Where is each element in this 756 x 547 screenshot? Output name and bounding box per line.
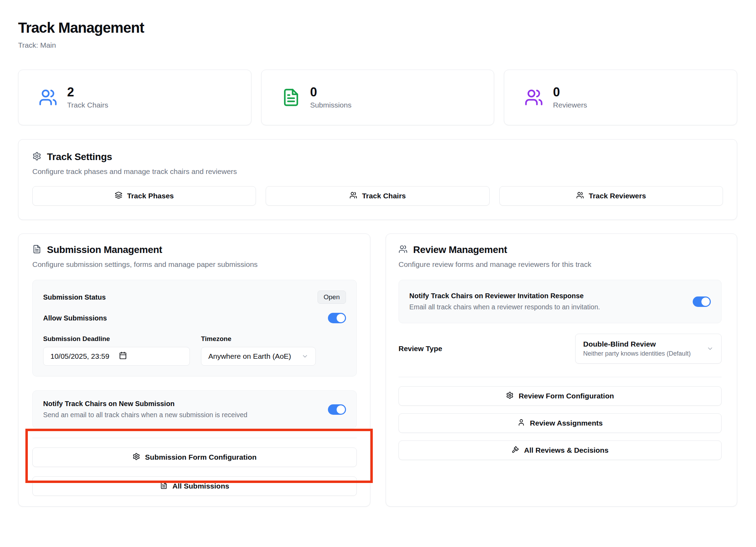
gear-icon [132,453,140,462]
button-label: Track Phases [127,192,174,200]
file-text-icon [32,245,41,255]
button-label: All Reviews & Decisions [524,446,609,454]
submission-settings-panel: Submission Status Open Allow Submissions… [32,280,357,376]
review-type-label: Review Type [399,344,442,353]
notify-new-submission-title: Notify Track Chairs on New Submission [43,400,247,408]
page-subtitle: Track: Main [18,41,737,49]
notify-invitation-response-panel: Notify Track Chairs on Reviewer Invitati… [399,280,722,323]
notify-invitation-response-title: Notify Track Chairs on Reviewer Invitati… [409,292,600,300]
submission-deadline-label: Submission Deadline [43,335,190,343]
notify-new-submission-description: Send an email to all track chairs when a… [43,411,247,419]
review-type-select[interactable]: Double-Blind Review Neither party knows … [575,334,722,364]
user-icon [517,419,525,428]
users-icon [399,245,408,255]
submission-management-description: Configure submission settings, forms and… [32,260,357,269]
divider [399,377,722,377]
review-form-configuration-button[interactable]: Review Form Configuration [399,386,722,406]
users-icon [524,88,543,107]
divider [32,438,357,438]
users-icon [576,191,584,201]
stats-row: 2 Track Chairs 0 Submissions 0 Reviewers [18,70,737,125]
button-label: Track Chairs [362,192,406,200]
stat-value: 2 [67,86,108,99]
submission-management-title: Submission Management [47,244,162,255]
all-reviews-decisions-button[interactable]: All Reviews & Decisions [399,441,722,460]
button-label: Track Reviewers [589,192,646,200]
review-assignments-button[interactable]: Review Assignments [399,413,722,433]
layers-icon [115,191,122,201]
users-icon [349,191,357,201]
timezone-select[interactable]: Anywhere on Earth (AoE) [201,347,316,366]
button-label: Review Assignments [530,419,603,427]
submission-status-label: Submission Status [43,293,106,301]
submission-management-card: Submission Management Configure submissi… [18,233,370,507]
submission-deadline-input[interactable]: 10/05/2025, 23:59 [43,347,190,366]
timezone-value: Anywhere on Earth (AoE) [208,352,291,360]
notify-invitation-response-toggle[interactable] [693,296,711,307]
stat-card-reviewers: 0 Reviewers [504,70,737,125]
allow-submissions-toggle[interactable] [328,313,346,323]
chevron-down-icon [301,353,308,360]
deadline-value: 10/05/2025, 23:59 [50,352,109,360]
review-management-description: Configure review forms and manage review… [399,260,722,269]
track-chairs-button[interactable]: Track Chairs [266,186,489,206]
all-submissions-button[interactable]: All Submissions [32,476,357,496]
review-type-value: Double-Blind Review [583,340,691,348]
gavel-icon [512,446,519,455]
allow-submissions-label: Allow Submissions [43,314,107,322]
notify-invitation-response-description: Email all track chairs when a reviewer r… [409,303,600,311]
review-management-card: Review Management Configure review forms… [386,233,737,507]
stat-label: Track Chairs [67,101,108,109]
stat-value: 0 [310,86,352,99]
button-label: Submission Form Configuration [145,453,257,461]
submission-form-configuration-button[interactable]: Submission Form Configuration [32,447,357,467]
notify-new-submission-panel: Notify Track Chairs on New Submission Se… [32,390,357,428]
track-reviewers-button[interactable]: Track Reviewers [499,186,723,206]
chevron-down-icon [707,345,714,352]
stat-label: Reviewers [553,101,587,109]
review-management-title: Review Management [413,244,507,255]
file-text-icon [282,88,300,107]
track-settings-description: Configure track phases and manage track … [32,167,723,176]
status-badge: Open [317,291,346,304]
track-phases-button[interactable]: Track Phases [32,186,256,206]
stat-card-submissions: 0 Submissions [261,70,494,125]
review-type-detail: Neither party knows identities (Default) [583,350,691,357]
gear-icon [32,152,41,162]
file-text-icon [160,482,168,491]
track-settings-title: Track Settings [47,151,112,162]
stat-label: Submissions [310,101,352,109]
gear-icon [506,391,514,401]
stat-card-track-chairs: 2 Track Chairs [18,70,251,125]
button-label: Review Form Configuration [518,392,614,400]
button-label: All Submissions [172,482,229,490]
track-settings-card: Track Settings Configure track phases an… [18,139,737,220]
users-icon [39,88,57,107]
timezone-label: Timezone [201,335,316,343]
page-container: Track Management Track: Main 2 Track Cha… [18,19,737,507]
notify-new-submission-toggle[interactable] [328,404,346,415]
calendar-icon[interactable] [109,351,127,361]
stat-value: 0 [553,86,587,99]
page-title: Track Management [18,19,737,36]
